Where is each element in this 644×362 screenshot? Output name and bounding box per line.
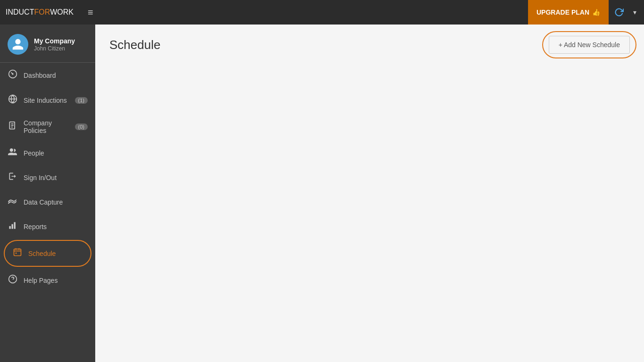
topbar-right: UPGRADE PLAN 👍 ▾ xyxy=(528,0,644,25)
sidebar-item-people[interactable]: People xyxy=(0,141,95,165)
calendar-icon xyxy=(12,247,23,259)
main-header: Schedule + Add New Schedule xyxy=(95,25,644,61)
svg-rect-10 xyxy=(14,222,16,229)
sidebar-item-schedule[interactable]: Schedule xyxy=(5,241,91,266)
add-new-schedule-button[interactable]: + Add New Schedule xyxy=(549,36,630,54)
site-inductions-badge: (1) xyxy=(75,97,88,104)
user-dropdown-button[interactable]: ▾ xyxy=(629,0,640,25)
sidebar-label-help-pages: Help Pages xyxy=(24,277,88,284)
sidebar-label-dashboard: Dashboard xyxy=(24,72,88,79)
logo-work: WORK xyxy=(50,8,74,16)
sidebar-item-dashboard[interactable]: Dashboard xyxy=(0,63,95,88)
sidebar-label-people: People xyxy=(24,149,88,157)
layout: My Company John Citizen Dashboard xyxy=(0,25,644,362)
sidebar-label-data-capture: Data Capture xyxy=(24,198,88,206)
sidebar-label-schedule: Schedule xyxy=(28,250,83,257)
company-policies-badge: (0) xyxy=(75,123,88,130)
sidebar-item-reports[interactable]: Reports xyxy=(0,214,95,239)
globe-icon xyxy=(8,94,18,106)
schedule-highlight: Schedule xyxy=(4,240,91,267)
reports-icon xyxy=(8,221,18,232)
sidebar-label-reports: Reports xyxy=(24,223,88,230)
upgrade-plan-button[interactable]: UPGRADE PLAN 👍 xyxy=(528,0,609,25)
data-capture-icon xyxy=(8,197,18,207)
chevron-down-icon: ▾ xyxy=(633,8,636,16)
avatar-icon xyxy=(11,38,25,51)
profile-section: My Company John Citizen xyxy=(0,25,95,63)
dashboard-icon xyxy=(8,69,18,81)
sidebar-item-site-inductions[interactable]: Site Inductions (1) xyxy=(0,88,95,113)
sidebar-label-company-policies: Company Policies xyxy=(24,119,67,134)
sidebar-item-help-pages[interactable]: Help Pages xyxy=(0,268,95,293)
topbar: INDUCTFOR WORK ≡ UPGRADE PLAN 👍 ▾ xyxy=(0,0,644,25)
sidebar-label-sign-in-out: Sign In/Out xyxy=(24,174,88,181)
profile-info: My Company John Citizen xyxy=(34,37,75,52)
thumbs-up-icon: 👍 xyxy=(592,8,600,16)
svg-rect-11 xyxy=(14,249,21,255)
svg-rect-8 xyxy=(9,226,11,229)
add-schedule-wrapper: + Add New Schedule xyxy=(549,36,630,54)
avatar xyxy=(8,34,28,55)
svg-rect-15 xyxy=(16,253,17,254)
refresh-icon xyxy=(614,8,624,17)
page-title: Schedule xyxy=(109,38,160,52)
sidebar-item-company-policies[interactable]: Company Policies (0) xyxy=(0,113,95,141)
logo-for: FOR xyxy=(34,8,50,16)
file-icon xyxy=(8,121,18,133)
upgrade-label: UPGRADE PLAN xyxy=(537,8,589,16)
svg-rect-9 xyxy=(12,224,13,229)
sidebar-label-site-inductions: Site Inductions xyxy=(24,97,67,104)
refresh-button[interactable] xyxy=(611,0,627,25)
signin-icon xyxy=(8,172,18,183)
people-icon xyxy=(8,148,18,158)
add-schedule-label: + Add New Schedule xyxy=(559,41,620,49)
sidebar-item-sign-in-out[interactable]: Sign In/Out xyxy=(0,165,95,190)
user-name: John Citizen xyxy=(34,45,75,52)
hamburger-button[interactable]: ≡ xyxy=(88,7,93,18)
app-logo: INDUCTFOR WORK xyxy=(6,5,74,20)
help-icon xyxy=(8,274,18,286)
sidebar-item-data-capture[interactable]: Data Capture xyxy=(0,190,95,214)
sidebar: My Company John Citizen Dashboard xyxy=(0,25,95,362)
svg-point-1 xyxy=(12,73,13,74)
logo-induct: INDUCT xyxy=(6,8,34,16)
topbar-left: INDUCTFOR WORK ≡ xyxy=(0,5,93,20)
company-name: My Company xyxy=(34,37,75,45)
main-content: Schedule + Add New Schedule xyxy=(95,25,644,362)
